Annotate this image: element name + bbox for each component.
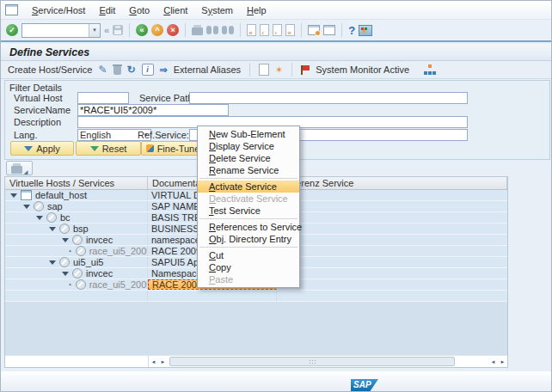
referenz-cell[interactable] bbox=[277, 224, 507, 234]
create-host-service-button[interactable]: Create Host/Service bbox=[8, 64, 92, 75]
scrollbar-spacer bbox=[5, 356, 149, 367]
expander-icon[interactable] bbox=[23, 205, 30, 209]
menu-item-delete-service[interactable]: Delete Service bbox=[198, 152, 299, 164]
expander-icon[interactable] bbox=[10, 193, 17, 198]
menu-item-references-to-service[interactable]: References to Service bbox=[198, 221, 299, 233]
virtual-host-input[interactable] bbox=[77, 92, 129, 104]
standard-toolbar: ✓ ▼ « « ^ × « ‹ › » ? bbox=[1, 20, 551, 40]
back-button[interactable]: « bbox=[136, 24, 148, 36]
menu-edit[interactable]: Edit bbox=[92, 3, 122, 18]
new-session-icon[interactable] bbox=[308, 25, 320, 35]
next-page-icon[interactable]: › bbox=[273, 24, 282, 36]
reset-button[interactable]: Reset bbox=[76, 141, 141, 156]
last-page-icon[interactable]: » bbox=[285, 24, 295, 36]
column-header-hosts-services: Virtuelle Hosts / Services bbox=[5, 177, 148, 189]
toolbar-separator bbox=[341, 23, 342, 37]
tree-node-label: race_ui5_2009 bbox=[89, 246, 148, 256]
menu-item-test-service[interactable]: Test Service bbox=[198, 205, 299, 217]
tree-node-label: race_ui5_2009 bbox=[89, 279, 148, 290]
system-menu-icon[interactable] bbox=[5, 4, 18, 15]
enter-button[interactable]: ✓ bbox=[6, 24, 18, 36]
expander-icon[interactable] bbox=[62, 272, 69, 276]
first-page-icon[interactable]: « bbox=[247, 24, 256, 36]
application-toolbar: Create Host/Service ✎ ↻ i ⇒ External Ali… bbox=[1, 61, 551, 79]
info-icon[interactable]: i bbox=[142, 64, 154, 76]
column-header-referenz-service: Referenz Service bbox=[277, 177, 507, 189]
tree-row-empty bbox=[5, 291, 507, 302]
referenz-cell[interactable] bbox=[277, 212, 507, 223]
referenz-cell[interactable] bbox=[277, 190, 507, 200]
menu-item-activate-service[interactable]: Activate Service bbox=[198, 181, 299, 193]
group-title: Filter Details bbox=[9, 83, 62, 93]
menu-item-cut[interactable]: Cut bbox=[198, 249, 299, 261]
menu-item-obj-directory-entry[interactable]: Obj. Directory Entry bbox=[198, 233, 299, 245]
toolbar-separator bbox=[291, 63, 292, 77]
previous-page-icon[interactable]: ‹ bbox=[260, 24, 269, 36]
tree-node-label: bc bbox=[60, 212, 71, 223]
find-icon[interactable] bbox=[206, 26, 218, 34]
scroll-right-icon[interactable]: ► bbox=[158, 357, 168, 366]
print-dropdown-icon[interactable]: ◢ bbox=[24, 169, 28, 175]
referenz-cell[interactable] bbox=[277, 257, 507, 267]
referenz-cell[interactable] bbox=[277, 201, 507, 211]
menu-item-rename-service[interactable]: Rename Service bbox=[198, 164, 299, 176]
print-button[interactable]: ◢ bbox=[6, 161, 33, 175]
find-next-icon[interactable] bbox=[222, 26, 234, 34]
copy-icon[interactable] bbox=[259, 64, 269, 76]
last-page-glyph: » bbox=[287, 30, 291, 37]
print-icon bbox=[11, 166, 22, 174]
change-icon[interactable]: ✎ bbox=[98, 64, 107, 75]
referenz-cell[interactable] bbox=[277, 268, 507, 279]
menu-service-host[interactable]: Service/Host bbox=[25, 3, 92, 18]
exit-button[interactable]: ^ bbox=[151, 24, 163, 36]
referenz-cell[interactable] bbox=[277, 235, 507, 245]
external-aliases-arrow-icon[interactable]: ⇒ bbox=[160, 64, 168, 76]
leaf-bullet-icon: · bbox=[69, 279, 72, 290]
menu-item-display-service[interactable]: Display Service bbox=[198, 140, 299, 152]
menu-help[interactable]: Help bbox=[240, 3, 273, 18]
service-path-input[interactable] bbox=[189, 92, 468, 104]
scroll-left-icon[interactable]: ◄ bbox=[149, 357, 158, 366]
menu-item-copy[interactable]: Copy bbox=[198, 261, 299, 273]
filter-icon bbox=[24, 146, 33, 151]
reset-filter-icon bbox=[90, 146, 99, 151]
leaf-bullet-icon: · bbox=[69, 246, 72, 256]
referenz-cell[interactable] bbox=[277, 246, 507, 256]
fine-tune-button[interactable]: Fine-Tune bbox=[141, 141, 205, 156]
apply-button[interactable]: Apply bbox=[10, 141, 74, 156]
service-icon bbox=[59, 224, 70, 234]
external-aliases-button[interactable]: External Aliases bbox=[174, 64, 241, 75]
print-icon[interactable] bbox=[192, 28, 203, 35]
menu-goto[interactable]: Goto bbox=[122, 3, 156, 18]
scroll-left-icon[interactable]: ◄ bbox=[488, 357, 498, 366]
expander-icon[interactable] bbox=[62, 238, 69, 242]
command-input[interactable] bbox=[22, 24, 89, 37]
hierarchy-icon[interactable] bbox=[424, 64, 436, 75]
service-name-input[interactable] bbox=[77, 104, 229, 116]
customize-local-layout-icon[interactable] bbox=[359, 25, 372, 36]
system-monitor-active-button[interactable]: System Monitor Active bbox=[316, 64, 409, 75]
refresh-icon[interactable]: ↻ bbox=[127, 64, 136, 75]
collapse-icon[interactable]: « bbox=[104, 25, 109, 35]
scrollbar-thumb[interactable] bbox=[169, 357, 455, 366]
expander-icon[interactable] bbox=[36, 216, 43, 220]
cancel-button[interactable]: × bbox=[167, 24, 179, 36]
save-icon[interactable] bbox=[113, 25, 123, 35]
menu-item-new-sub-element[interactable]: New Sub-Element bbox=[198, 128, 299, 140]
previous-page-glyph: ‹ bbox=[261, 30, 264, 37]
scrollbar-grip bbox=[309, 359, 316, 364]
scroll-right-icon[interactable]: ► bbox=[498, 357, 507, 366]
delete-icon[interactable] bbox=[113, 66, 121, 75]
language-value: English bbox=[78, 130, 141, 140]
help-icon[interactable]: ? bbox=[348, 24, 355, 37]
create-shortcut-icon[interactable] bbox=[323, 25, 335, 35]
expander-icon[interactable] bbox=[49, 227, 56, 231]
wizard-icon[interactable]: ✶ bbox=[275, 64, 283, 76]
page-title: Define Services bbox=[9, 46, 89, 58]
menu-client[interactable]: Client bbox=[156, 3, 194, 18]
referenz-cell[interactable] bbox=[277, 279, 507, 290]
expander-icon[interactable] bbox=[49, 260, 56, 265]
chevron-down-icon[interactable]: ▼ bbox=[89, 24, 100, 37]
menu-system[interactable]: System bbox=[194, 3, 240, 18]
command-field: ▼ bbox=[21, 23, 101, 38]
